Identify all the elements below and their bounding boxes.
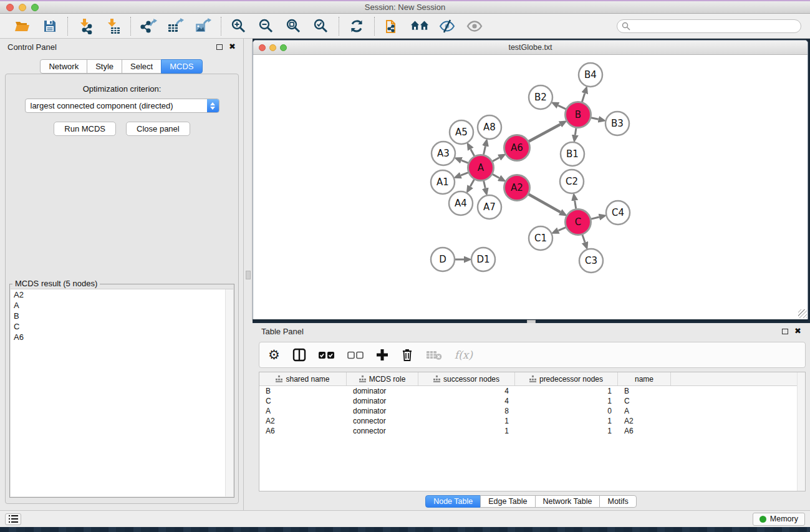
refresh-icon[interactable] [347,17,366,36]
export-image-icon[interactable] [194,17,213,36]
show-all-eye-icon[interactable] [465,17,484,36]
select-all-icon[interactable] [319,346,335,364]
deselect-all-icon[interactable] [347,346,364,364]
graph-edge-C-C3[interactable] [582,235,585,242]
zoom-fit-icon[interactable] [284,17,303,36]
table-row-B[interactable]: Bdominator41B [259,386,805,396]
table-cell[interactable]: 4 [418,397,515,405]
graph-edge-A2-C[interactable] [529,195,561,213]
result-item-B[interactable]: B [11,311,233,321]
graph-edge-A-A6[interactable] [493,158,499,162]
mcds-result-list[interactable]: A2ABCA6 [11,289,233,496]
column-header-successor-nodes[interactable]: successor nodes [418,372,515,385]
table-cell[interactable]: A2 [259,417,347,425]
optimization-criterion-select[interactable]: largest connected component (directed) [25,99,219,113]
memory-button[interactable]: Memory [753,513,805,526]
graph-edge-C-C1[interactable] [558,228,566,231]
show-column-icon[interactable] [292,346,306,364]
float-panel-icon[interactable] [216,44,223,50]
table-cell[interactable]: 4 [418,387,515,395]
network-close-button[interactable] [259,44,266,51]
graph-edge-A-A4[interactable] [470,180,474,186]
table-cell[interactable]: 0 [515,407,618,415]
table-cell[interactable]: A6 [259,427,347,435]
network-maximize-button[interactable] [280,44,287,51]
table-cell[interactable]: A [259,407,347,415]
node-table[interactable]: shared nameMCDS rolesuccessor nodesprede… [259,372,806,491]
result-item-A2[interactable]: A2 [11,289,233,300]
open-file-icon[interactable] [13,17,32,36]
table-cell[interactable]: 1 [515,427,618,435]
tab-edge-table[interactable]: Edge Table [480,495,535,508]
close-panel-button[interactable]: Close panel [126,122,190,136]
column-header-name[interactable]: name [618,372,671,385]
table-scrollbar[interactable] [797,372,805,491]
column-header-MCDS-role[interactable]: MCDS role [347,372,418,385]
column-header-predecessor-nodes[interactable]: predecessor nodes [515,372,618,385]
graph-edge-A-A8[interactable] [484,146,486,155]
graph-edge-B-B1[interactable] [575,128,576,135]
close-window-button[interactable] [6,4,14,11]
table-row-A2[interactable]: A2connector11A2 [259,416,805,426]
result-list-scrollbar[interactable] [225,289,233,496]
table-cell[interactable]: B [618,387,671,395]
graph-edge-A-A5[interactable] [471,149,475,156]
export-network-icon[interactable] [139,17,158,36]
table-cell[interactable]: 1 [515,397,618,405]
run-mcds-button[interactable]: Run MCDS [54,122,116,136]
table-cell[interactable]: connector [347,417,418,425]
maximize-window-button[interactable] [31,4,39,11]
graph-edge-A-A2[interactable] [493,174,499,178]
tab-select[interactable]: Select [122,59,162,74]
delete-row-trash-icon[interactable] [401,346,413,364]
import-table-icon[interactable] [104,17,122,36]
zoom-selected-icon[interactable] [312,17,330,36]
zoom-in-icon[interactable] [229,17,248,36]
graph-edge-A-A1[interactable] [461,173,468,175]
graph-edge-B-B3[interactable] [591,118,599,120]
table-row-C[interactable]: Cdominator41C [259,396,805,406]
table-cell[interactable]: A6 [618,427,671,435]
task-history-list-icon[interactable] [5,513,21,525]
tab-node-table[interactable]: Node Table [425,495,481,508]
export-table-icon[interactable] [166,17,185,36]
close-panel-icon[interactable]: ✖ [229,44,236,50]
tab-style[interactable]: Style [87,59,122,74]
table-cell[interactable]: 8 [418,407,515,415]
result-item-A6[interactable]: A6 [11,332,233,342]
table-cell[interactable]: 1 [418,417,515,425]
network-canvas[interactable]: B4B2BB3A8A5A6A3B1AC2A1A2A4A7C4CC1C3DD1 [253,55,808,319]
table-cell[interactable]: C [259,397,347,405]
zoom-out-icon[interactable] [257,17,276,36]
home-views-icon[interactable] [410,17,429,36]
table-cell[interactable]: 1 [418,427,515,435]
tab-motifs[interactable]: Motifs [599,495,636,508]
graph-edge-C-C4[interactable] [591,217,599,219]
search-input[interactable] [617,19,801,33]
graph-edge-A-A7[interactable] [484,181,486,188]
table-row-A[interactable]: Adominator80A [259,406,805,416]
tab-network[interactable]: Network [40,59,87,74]
result-item-A[interactable]: A [11,300,233,311]
tab-network-table[interactable]: Network Table [535,495,600,508]
panel-splitter-vertical[interactable] [244,39,253,510]
new-network-from-file-icon[interactable] [383,17,402,36]
table-cell[interactable]: dominator [347,387,418,395]
hide-selected-eye-slash-icon[interactable] [438,17,456,36]
graph-edge-A-A3[interactable] [461,160,468,163]
table-cell[interactable]: connector [347,427,418,435]
window-resize-grip[interactable] [798,309,807,318]
table-cell[interactable]: C [618,397,671,405]
save-session-icon[interactable] [41,17,59,36]
table-cell[interactable]: 1 [515,417,618,425]
table-cell[interactable]: 1 [515,387,618,395]
network-minimize-button[interactable] [269,44,276,51]
graph-edge-C-C2[interactable] [575,201,576,209]
table-cell[interactable]: B [259,387,347,395]
result-item-C[interactable]: C [11,321,233,332]
float-table-panel-icon[interactable] [782,329,788,334]
table-row-A6[interactable]: A6connector11A6 [259,426,805,436]
close-table-panel-icon[interactable]: ✖ [794,328,801,334]
graph-edge-B-B4[interactable] [582,94,584,102]
graph-edge-A6-B[interactable] [529,124,561,141]
